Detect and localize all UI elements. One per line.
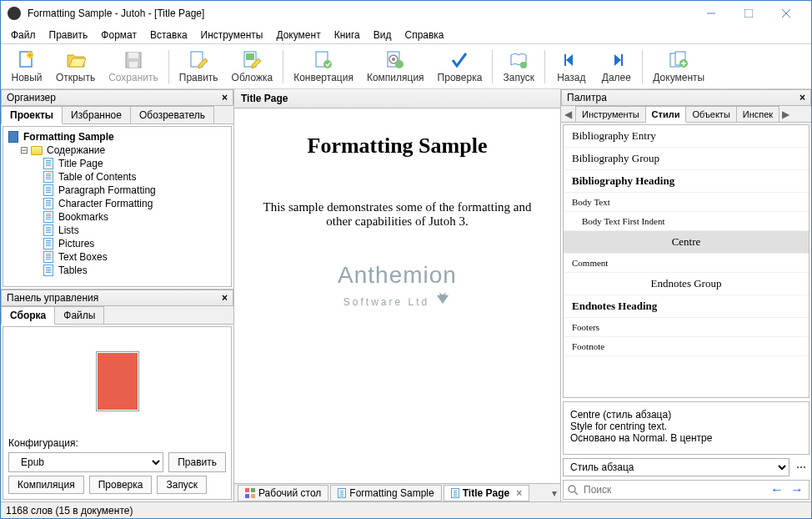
palette-close[interactable]: × bbox=[799, 92, 805, 103]
cover-label: Обложка bbox=[232, 72, 273, 83]
tree-item[interactable]: Lists bbox=[7, 224, 228, 237]
tree-item[interactable]: Paragraph Formatting bbox=[7, 184, 228, 197]
document-editor[interactable]: Formatting Sample This sample demonstrat… bbox=[234, 108, 560, 483]
tab-files[interactable]: Файлы bbox=[54, 306, 104, 324]
svg-rect-8 bbox=[129, 62, 138, 68]
style-item[interactable]: Footnote bbox=[564, 337, 809, 356]
toolbar-separator bbox=[492, 50, 493, 83]
menu-help[interactable]: Справка bbox=[398, 27, 450, 43]
style-item[interactable]: Bibliography Entry bbox=[564, 125, 809, 148]
folder-icon bbox=[31, 146, 43, 155]
check-button[interactable]: Проверка bbox=[431, 48, 489, 85]
menu-book[interactable]: Книга bbox=[328, 27, 367, 43]
tab-styles[interactable]: Стили bbox=[645, 106, 687, 123]
svg-rect-1 bbox=[744, 9, 753, 18]
config-select[interactable]: Epub bbox=[8, 452, 163, 472]
tab-close-icon[interactable]: × bbox=[516, 487, 522, 499]
style-item[interactable]: Bibliography Heading bbox=[564, 170, 809, 193]
cp-compile-button[interactable]: Компиляция bbox=[8, 476, 84, 494]
style-item[interactable]: Endnotes Heading bbox=[564, 295, 809, 318]
menu-view[interactable]: Вид bbox=[367, 27, 398, 43]
style-item[interactable]: Footers bbox=[564, 318, 809, 337]
tree-item[interactable]: Character Formatting bbox=[7, 197, 228, 210]
style-list[interactable]: Bibliography Entry Bibliography Group Bi… bbox=[563, 124, 809, 398]
tree-item[interactable]: Table of Contents bbox=[7, 170, 228, 184]
tree-item[interactable]: Text Boxes bbox=[7, 250, 228, 264]
style-item[interactable]: Comment bbox=[564, 254, 809, 273]
back-icon bbox=[561, 50, 581, 70]
control-panel-close[interactable]: × bbox=[222, 292, 228, 304]
cp-check-button[interactable]: Проверка bbox=[89, 476, 153, 494]
tab-desktop[interactable]: Рабочий стол bbox=[238, 485, 328, 501]
document-tabs: Рабочий стол Formatting Sample Title Pag… bbox=[234, 483, 560, 501]
search-prev[interactable]: ← bbox=[769, 482, 785, 497]
maximize-button[interactable] bbox=[729, 1, 767, 26]
project-tree[interactable]: Formatting Sample ⊟Содержание Title Page… bbox=[3, 126, 232, 287]
style-item[interactable]: Body Text First Indent bbox=[564, 212, 809, 231]
style-search: ← → bbox=[563, 480, 809, 500]
tab-favorites[interactable]: Избранное bbox=[62, 106, 131, 123]
statusbar: 1168 слов (15 в документе) bbox=[1, 501, 811, 518]
search-input[interactable] bbox=[582, 482, 765, 497]
tree-item[interactable]: Bookmarks bbox=[7, 210, 228, 224]
style-type-select[interactable]: Стиль абзаца bbox=[563, 458, 789, 476]
search-icon bbox=[567, 484, 579, 496]
cover-button[interactable]: Обложка bbox=[225, 48, 280, 85]
forward-button[interactable]: Далее bbox=[594, 48, 639, 85]
style-item[interactable]: Body Text bbox=[564, 193, 809, 212]
tab-project[interactable]: Formatting Sample bbox=[330, 485, 441, 501]
cover-thumbnail[interactable] bbox=[96, 351, 139, 411]
tabs-menu-icon[interactable]: ▾ bbox=[552, 487, 557, 499]
style-item-selected[interactable]: Centre bbox=[564, 231, 809, 254]
menu-insert[interactable]: Вставка bbox=[143, 27, 194, 43]
tree-item[interactable]: Title Page bbox=[7, 157, 228, 170]
documents-button[interactable]: Документы bbox=[646, 48, 711, 85]
svg-point-18 bbox=[520, 62, 527, 68]
search-next[interactable]: → bbox=[789, 482, 805, 497]
menu-edit[interactable]: Править bbox=[43, 27, 95, 43]
tab-inspector[interactable]: Инспек bbox=[736, 106, 779, 122]
tree-item[interactable]: Tables bbox=[7, 264, 228, 277]
open-button[interactable]: Открыть bbox=[49, 48, 102, 85]
tab-build[interactable]: Сборка bbox=[1, 306, 55, 325]
svg-rect-26 bbox=[245, 494, 249, 498]
cp-launch-button[interactable]: Запуск bbox=[157, 476, 207, 494]
config-edit-button[interactable]: Править bbox=[168, 452, 226, 472]
document-icon bbox=[43, 224, 53, 236]
minimize-button[interactable] bbox=[692, 1, 729, 26]
tab-projects[interactable]: Проекты bbox=[1, 106, 63, 124]
tab-objects[interactable]: Объекты bbox=[685, 106, 736, 122]
edit-button[interactable]: Править bbox=[173, 48, 225, 85]
style-options-button[interactable]: ⋯ bbox=[793, 460, 809, 475]
tab-browser[interactable]: Обозреватель bbox=[130, 106, 214, 123]
documents-icon bbox=[669, 50, 689, 70]
collapse-icon[interactable]: ⊟ bbox=[18, 144, 30, 156]
tree-contents[interactable]: ⊟Содержание bbox=[7, 144, 228, 157]
compile-button[interactable]: Компиляция bbox=[360, 48, 431, 85]
svg-point-28 bbox=[569, 486, 575, 492]
menu-tools[interactable]: Инструменты bbox=[194, 27, 270, 43]
tree-root[interactable]: Formatting Sample bbox=[7, 130, 228, 144]
control-panel-header: Панель управления × bbox=[1, 290, 233, 306]
tree-item[interactable]: Pictures bbox=[7, 237, 228, 250]
launch-button[interactable]: Запуск bbox=[496, 48, 541, 85]
tab-tools[interactable]: Инструменты bbox=[575, 106, 646, 122]
new-button[interactable]: Новый bbox=[4, 48, 49, 85]
document-body: This sample demonstrates some of the for… bbox=[251, 200, 544, 229]
close-button[interactable] bbox=[767, 1, 804, 26]
tab-title-page[interactable]: Title Page × bbox=[444, 485, 529, 501]
menu-file[interactable]: Файл bbox=[4, 27, 43, 43]
organizer-close[interactable]: × bbox=[222, 92, 228, 103]
compile-label: Компиляция bbox=[367, 72, 424, 83]
menu-format[interactable]: Формат bbox=[94, 27, 143, 43]
style-item[interactable]: Endnotes Group bbox=[564, 273, 809, 295]
convert-button[interactable]: Конвертация bbox=[287, 48, 360, 85]
menu-document[interactable]: Документ bbox=[269, 27, 327, 43]
toolbar: Новый Открыть Сохранить Править Обложка … bbox=[1, 44, 811, 89]
back-button[interactable]: Назад bbox=[549, 48, 594, 85]
style-item[interactable]: Bibliography Group bbox=[564, 148, 809, 170]
edit-icon bbox=[188, 50, 208, 70]
organizer-title: Организер bbox=[7, 92, 56, 103]
tabs-scroll-right[interactable]: ▶ bbox=[779, 107, 793, 122]
tabs-scroll-left[interactable]: ◀ bbox=[561, 107, 575, 122]
